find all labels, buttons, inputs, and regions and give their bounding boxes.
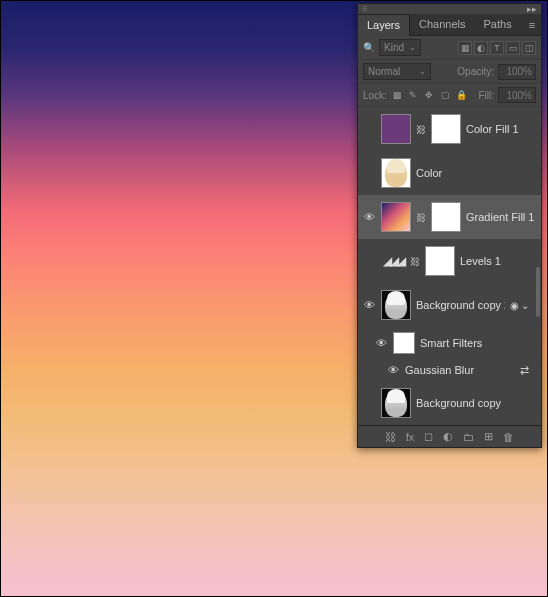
lock-transparent-icon[interactable]: ▩: [391, 89, 404, 102]
fx-icon[interactable]: fx: [406, 431, 415, 443]
trash-icon[interactable]: 🗑: [503, 431, 514, 443]
filter-kind-label: Kind: [384, 42, 404, 53]
lock-paint-icon[interactable]: ✎: [407, 89, 420, 102]
layer-row-colorfill1[interactable]: 👁 ⛓ Color Fill 1: [358, 107, 541, 151]
visibility-toggle[interactable]: 👁: [362, 298, 376, 312]
visibility-toggle[interactable]: 👁: [362, 122, 376, 136]
filter-settings-icon[interactable]: ⇄: [520, 364, 537, 377]
chevron-down-icon: ⌄: [521, 300, 529, 311]
lock-row: Lock: ▩ ✎ ✥ ▢ 🔒 Fill: 100%: [358, 84, 541, 107]
layer-mask[interactable]: [431, 202, 461, 232]
layer-row-gradientfill1[interactable]: 👁 ⛓ Gradient Fill 1: [358, 195, 541, 239]
visibility-toggle[interactable]: 👁: [386, 363, 400, 377]
layer-thumbnail[interactable]: [381, 158, 411, 188]
tab-channels[interactable]: Channels: [410, 14, 474, 35]
tab-layers[interactable]: Layers: [358, 14, 410, 36]
layer-row-gaussianblur[interactable]: 👁 Gaussian Blur ⇄: [358, 359, 541, 381]
visibility-toggle[interactable]: 👁: [374, 336, 388, 350]
lock-label: Lock:: [363, 90, 387, 101]
filter-smart-icon[interactable]: ◫: [522, 41, 536, 55]
lock-position-icon[interactable]: ✥: [423, 89, 436, 102]
chevron-down-icon: ⌄: [419, 67, 426, 76]
panel-topbar[interactable]: ⠿ ▸▸: [358, 4, 541, 14]
link-icon: ⛓: [410, 256, 420, 267]
link-icon: ⛓: [416, 212, 426, 223]
fill-field[interactable]: 100%: [498, 87, 536, 103]
tab-paths[interactable]: Paths: [475, 14, 521, 35]
panel-menu-icon[interactable]: ≡: [523, 14, 541, 35]
chevron-down-icon: ⌄: [409, 43, 416, 52]
layer-row-bgcopy[interactable]: 👁 Background copy: [358, 381, 541, 425]
filter-type-icon[interactable]: T: [490, 41, 504, 55]
panel-collapse-icon[interactable]: ▸▸: [527, 4, 537, 14]
visibility-toggle[interactable]: 👁: [362, 166, 376, 180]
layer-thumbnail[interactable]: [381, 388, 411, 418]
filter-mask[interactable]: [393, 332, 415, 354]
layer-name[interactable]: Smart Filters: [420, 337, 482, 349]
visibility-toggle[interactable]: 👁: [362, 254, 376, 268]
smart-object-indicator[interactable]: ◉⌄: [510, 300, 537, 311]
panel-grip-icon: ⠿: [362, 5, 367, 14]
layers-list: 👁 ⛓ Color Fill 1 👁 Color 👁 ⛓ Gradient Fi…: [358, 107, 541, 425]
visibility-toggle[interactable]: 👁: [362, 210, 376, 224]
layer-row-color[interactable]: 👁 Color: [358, 151, 541, 195]
visibility-toggle[interactable]: 👁: [362, 396, 376, 410]
layer-row-bgcopy2[interactable]: 👁 Background copy 2 ◉⌄: [358, 283, 541, 327]
layers-panel: ⠿ ▸▸ Layers Channels Paths ≡ 🔍 Kind ⌄ ▦ …: [357, 3, 542, 448]
levels-icon: ◢◢◢: [383, 254, 404, 268]
panel-footer: ⛓ fx ◻ ◐ 🗀 ⊞ 🗑: [358, 425, 541, 447]
layer-name[interactable]: Color Fill 1: [466, 123, 519, 135]
smart-object-icon: ◉: [510, 300, 519, 311]
filter-kind-dropdown[interactable]: Kind ⌄: [379, 39, 421, 56]
filter-pixel-icon[interactable]: ▦: [458, 41, 472, 55]
scrollbar[interactable]: [536, 267, 540, 317]
link-icon: ⛓: [416, 124, 426, 135]
lock-all-icon[interactable]: 🔒: [455, 89, 468, 102]
blend-mode-value: Normal: [368, 66, 400, 77]
blend-row: Normal ⌄ Opacity: 100%: [358, 60, 541, 84]
search-icon: 🔍: [363, 42, 375, 53]
layer-mask[interactable]: [431, 114, 461, 144]
fill-label: Fill:: [478, 90, 494, 101]
filter-adjust-icon[interactable]: ◐: [474, 41, 488, 55]
layer-row-smartfilters[interactable]: 👁 Smart Filters: [358, 327, 541, 359]
lock-artboard-icon[interactable]: ▢: [439, 89, 452, 102]
link-layers-icon[interactable]: ⛓: [385, 431, 396, 443]
adjustment-icon[interactable]: ◐: [443, 430, 453, 443]
layer-name[interactable]: Color: [416, 167, 442, 179]
layer-thumbnail[interactable]: ◢◢◢: [381, 249, 405, 273]
layer-name[interactable]: Background copy: [416, 397, 501, 409]
filter-shape-icon[interactable]: ▭: [506, 41, 520, 55]
layer-name[interactable]: Background copy 2: [416, 299, 505, 311]
layer-filter-row: 🔍 Kind ⌄ ▦ ◐ T ▭ ◫: [358, 36, 541, 60]
layer-name[interactable]: Levels 1: [460, 255, 501, 267]
panel-tabs: Layers Channels Paths ≡: [358, 14, 541, 36]
new-layer-icon[interactable]: ⊞: [484, 430, 493, 443]
layer-mask[interactable]: [425, 246, 455, 276]
opacity-field[interactable]: 100%: [498, 64, 536, 80]
opacity-label: Opacity:: [457, 66, 494, 77]
group-icon[interactable]: 🗀: [463, 431, 474, 443]
layer-thumbnail[interactable]: [381, 290, 411, 320]
layer-thumbnail[interactable]: [381, 202, 411, 232]
layer-name[interactable]: Gaussian Blur: [405, 364, 474, 376]
layer-row-levels1[interactable]: 👁 ◢◢◢ ⛓ Levels 1: [358, 239, 541, 283]
layer-name[interactable]: Gradient Fill 1: [466, 211, 534, 223]
mask-icon[interactable]: ◻: [424, 430, 433, 443]
layer-thumbnail[interactable]: [381, 114, 411, 144]
blend-mode-dropdown[interactable]: Normal ⌄: [363, 63, 431, 80]
